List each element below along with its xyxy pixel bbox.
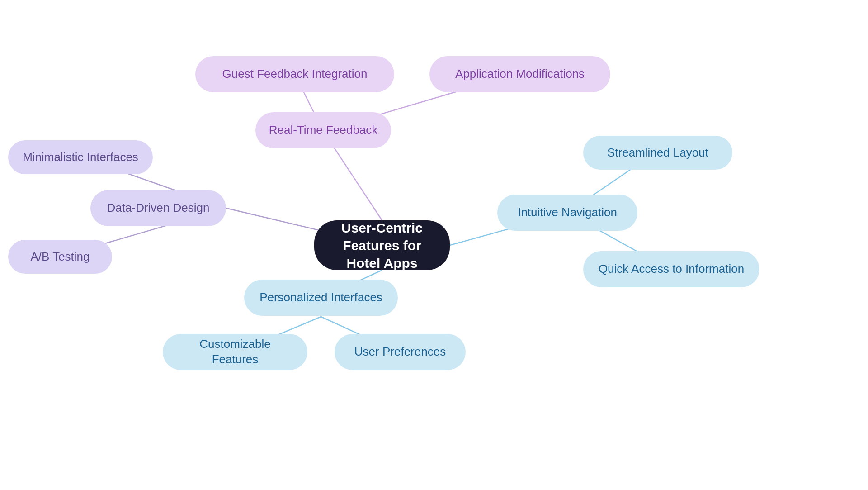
node-customizable-features: Customizable Features <box>163 334 307 370</box>
node-intuitive-navigation-label: Intuitive Navigation <box>518 205 617 220</box>
node-quick-access: Quick Access to Information <box>583 251 760 287</box>
node-user-preferences: User Preferences <box>335 334 466 370</box>
node-ab-testing: A/B Testing <box>8 240 112 274</box>
node-minimalistic-interfaces: Minimalistic Interfaces <box>8 140 153 174</box>
node-streamlined-layout-label: Streamlined Layout <box>607 145 708 161</box>
node-application-mods-label: Application Modifications <box>455 67 585 82</box>
node-realtime-feedback: Real-Time Feedback <box>255 112 391 148</box>
node-intuitive-navigation: Intuitive Navigation <box>497 195 637 231</box>
node-realtime-feedback-label: Real-Time Feedback <box>269 123 377 138</box>
node-minimalistic-interfaces-label: Minimalistic Interfaces <box>23 150 138 165</box>
node-application-mods: Application Modifications <box>429 56 610 92</box>
center-label: User-Centric Features for Hotel Apps <box>327 219 437 272</box>
node-guest-feedback: Guest Feedback Integration <box>195 56 394 92</box>
node-data-driven-design: Data-Driven Design <box>90 190 226 226</box>
center-node: User-Centric Features for Hotel Apps <box>314 220 450 270</box>
node-personalized-interfaces: Personalized Interfaces <box>244 280 398 316</box>
node-personalized-interfaces-label: Personalized Interfaces <box>259 290 382 305</box>
node-guest-feedback-label: Guest Feedback Integration <box>222 67 368 82</box>
node-quick-access-label: Quick Access to Information <box>599 262 744 277</box>
node-ab-testing-label: A/B Testing <box>30 249 90 265</box>
node-data-driven-design-label: Data-Driven Design <box>107 200 210 216</box>
node-customizable-features-label: Customizable Features <box>175 337 295 367</box>
node-streamlined-layout: Streamlined Layout <box>583 136 732 170</box>
node-user-preferences-label: User Preferences <box>354 344 446 360</box>
